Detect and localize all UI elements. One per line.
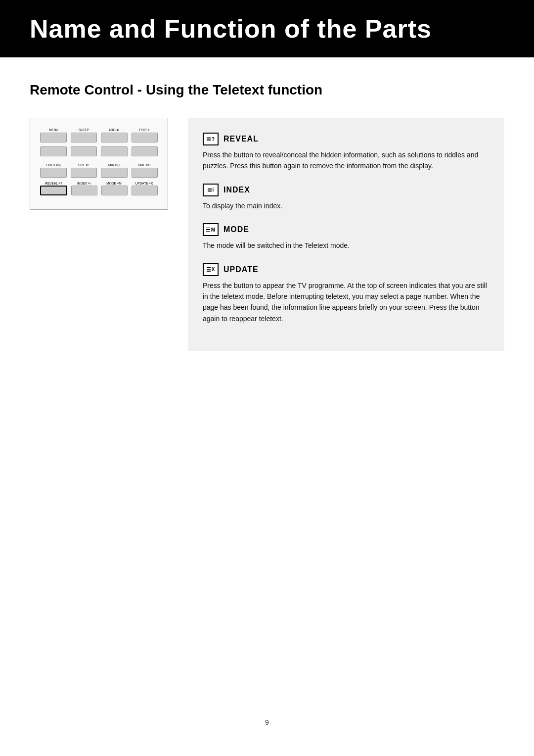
section-title: Remote Control - Using the Teletext func… (30, 82, 504, 98)
mode-header: M MODE (203, 223, 490, 236)
btn-mix[interactable] (101, 168, 128, 178)
label-mix: MIX ≡⊡ (100, 163, 128, 167)
label-text: TEXT ≡ (131, 128, 158, 132)
btn-mode[interactable] (101, 186, 128, 195)
btn-text[interactable] (132, 133, 158, 142)
remote-control-diagram: MENU SLEEP ARC/★ TEXT ≡ HOLD ≡⊞ (30, 118, 168, 210)
index-section: i INDEX To display the main index. (203, 184, 490, 211)
remote-row1-buttons (40, 133, 158, 142)
label-update: UPDATE ≡X (131, 182, 158, 185)
btn-reveal[interactable] (40, 186, 67, 195)
index-text: To display the main index. (203, 200, 490, 211)
label-arc: ARC/★ (100, 128, 128, 132)
remote-row1-labels: MENU SLEEP ARC/★ TEXT ≡ (40, 128, 158, 132)
two-column-layout: MENU SLEEP ARC/★ TEXT ≡ HOLD ≡⊞ (30, 118, 504, 351)
update-icon: X (203, 263, 219, 276)
page-number: 9 (0, 718, 534, 726)
btn-hold[interactable] (40, 168, 67, 178)
remote-row3-labels: HOLD ≡⊞ SIZE ≡↕ MIX ≡⊡ TIME ≡⊙ (40, 163, 158, 167)
btn-size[interactable] (71, 168, 97, 178)
label-size: SIZE ≡↕ (70, 163, 97, 167)
remote-color-buttons (40, 146, 158, 156)
btn-arc[interactable] (101, 133, 128, 142)
header-banner: Name and Function of the Parts (0, 0, 534, 57)
btn-menu[interactable] (40, 133, 67, 142)
reveal-header: ? REVEAL (203, 133, 490, 145)
mode-icon: M (203, 223, 219, 236)
update-section: X UPDATE Press the button to appear the … (203, 263, 490, 325)
btn-green[interactable] (71, 146, 97, 156)
reveal-section: ? REVEAL Press the button to reveal/conc… (203, 133, 490, 172)
btn-time[interactable] (132, 168, 158, 178)
btn-index[interactable] (71, 186, 97, 195)
reveal-text: Press the button to reveal/conceal the h… (203, 149, 490, 172)
label-mode: MODE ≡M (100, 182, 128, 185)
mode-text: The mode will be switched in the Teletex… (203, 240, 490, 251)
mode-section: M MODE The mode will be switched in the … (203, 223, 490, 251)
reveal-title: REVEAL (223, 135, 259, 143)
mode-title: MODE (223, 225, 249, 234)
btn-update[interactable] (132, 186, 158, 195)
btn-sleep[interactable] (71, 133, 97, 142)
update-title: UPDATE (223, 265, 259, 274)
index-icon: i (203, 184, 219, 196)
btn-blue[interactable] (132, 146, 158, 156)
remote-row4-buttons (40, 186, 158, 195)
label-reveal: REVEAL ≡? (40, 182, 67, 185)
main-content: Remote Control - Using the Teletext func… (0, 57, 534, 376)
label-index: INDEX ≡i (70, 182, 97, 185)
label-time: TIME ≡⊙ (131, 163, 158, 167)
remote-row3-buttons (40, 168, 158, 178)
info-panel: ? REVEAL Press the button to reveal/conc… (188, 118, 504, 351)
label-hold: HOLD ≡⊞ (40, 163, 67, 167)
label-menu: MENU (40, 128, 67, 132)
index-header: i INDEX (203, 184, 490, 196)
btn-yellow[interactable] (101, 146, 128, 156)
update-text: Press the button to appear the TV progra… (203, 280, 490, 325)
update-header: X UPDATE (203, 263, 490, 276)
remote-row4-labels: REVEAL ≡? INDEX ≡i MODE ≡M UPDATE ≡X (40, 182, 158, 185)
index-title: INDEX (223, 186, 250, 194)
reveal-icon: ? (203, 133, 219, 145)
label-sleep: SLEEP (70, 128, 97, 132)
btn-red[interactable] (40, 146, 67, 156)
page-title: Name and Function of the Parts (30, 14, 504, 44)
